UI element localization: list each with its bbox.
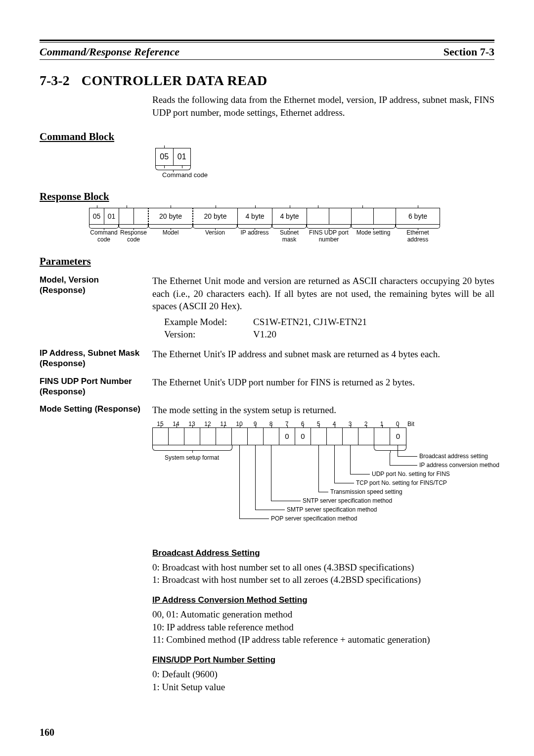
- leader-line: [239, 519, 269, 519]
- param-label: Mode Setting (Response): [40, 404, 143, 414]
- bit-cell: [327, 428, 343, 445]
- param-model-version: Model, Version (Response) The Ethernet U…: [40, 275, 494, 341]
- bit-cell: [374, 428, 390, 445]
- brace: [272, 225, 307, 229]
- field-label: Version: [193, 230, 237, 243]
- byte-cell: [307, 208, 329, 225]
- rule: [40, 59, 494, 60]
- param-text: The mode setting in the system setup is …: [152, 404, 494, 417]
- brace: [237, 225, 272, 229]
- bit-cell: 0: [390, 428, 406, 445]
- field-label: IP address: [237, 230, 272, 243]
- section-heading: 7-3-2 CONTROLLER DATA READ: [40, 73, 494, 89]
- byte-cell: 4 byte: [237, 208, 272, 225]
- brace: [374, 445, 406, 451]
- param-ip: IP Address, Subnet Mask (Response) The E…: [40, 348, 494, 369]
- command-block-diagram: 05 01 Command code: [152, 148, 212, 179]
- byte-cell: [351, 208, 373, 225]
- param-label: Model, Version (Response): [40, 275, 143, 296]
- bit-cell: [311, 428, 327, 445]
- byte-cell: 01: [174, 148, 191, 165]
- rule: [40, 40, 494, 41]
- leader-line: [334, 445, 335, 483]
- heading-number: 7-3-2: [40, 73, 70, 89]
- bit-cell: [264, 428, 279, 445]
- field-label: Mode setting: [351, 230, 396, 243]
- byte-cell: [329, 208, 351, 225]
- brace: [193, 225, 237, 229]
- page-number: 160: [40, 727, 54, 738]
- example-table: Example Model: CS1W-ETN21, CJ1W-ETN21 Ve…: [164, 316, 494, 341]
- leader-line: [390, 453, 390, 465]
- heading-title: CONTROLLER DATA READ: [82, 73, 267, 89]
- bit-cell: [153, 428, 169, 445]
- example-value: CS1W-ETN21, CJ1W-ETN21: [253, 316, 367, 329]
- bit-diagram: 15 14 13 12 11 10 9 8 7 6 5 4 3 2 1 0 Bi…: [152, 421, 494, 539]
- finsport-heading: FINS/UDP Port Number Setting: [152, 655, 494, 665]
- list-item: 1: Unit Setup value: [152, 681, 494, 694]
- example-value: V1.20: [253, 328, 276, 341]
- example-key: Example Model:: [164, 316, 253, 329]
- running-header-left: Command/Response Reference: [40, 46, 179, 58]
- byte-cell: 05: [89, 208, 104, 225]
- pointer-label: SMTP server specification method: [287, 506, 377, 513]
- byte-cell: [373, 208, 396, 225]
- leader-line: [334, 483, 354, 483]
- byte-cell: 05: [156, 148, 174, 165]
- field-label: Command code: [89, 230, 119, 243]
- bit-cell: [343, 428, 358, 445]
- example-key: Version:: [164, 328, 253, 341]
- brace: [148, 225, 193, 229]
- leader-line: [255, 445, 256, 510]
- pointer-label: Transmission speed setting: [330, 488, 402, 495]
- param-label: FINS UDP Port Number (Response): [40, 376, 143, 397]
- byte-cell: 01: [104, 208, 119, 225]
- brace: [119, 225, 148, 229]
- bit-cell: 0: [295, 428, 311, 445]
- ipconv-heading: IP Address Conversion Method Setting: [152, 595, 494, 605]
- bit-cell: [216, 428, 232, 445]
- page: Command/Response Reference Section 7-3 7…: [0, 0, 534, 756]
- rule: [40, 42, 494, 43]
- pointer-layer: System setup format Broadcast address se…: [152, 445, 494, 539]
- byte-cell: 20 byte: [148, 208, 193, 225]
- brace: [396, 225, 440, 229]
- leader-line: [350, 445, 351, 474]
- bit-number: 0: [390, 421, 405, 427]
- param-text: The Ethernet Unit mode and version are r…: [152, 275, 494, 313]
- bit-cell: [248, 428, 264, 445]
- leader-line: [239, 445, 240, 519]
- param-text: The Ethernet Unit's UDP port number for …: [152, 376, 494, 389]
- param-label: IP Address, Subnet Mask (Response): [40, 348, 143, 369]
- field-label: FINS UDP port number: [307, 230, 351, 243]
- param-text: The Ethernet Unit's IP address and subne…: [152, 348, 494, 361]
- leader-line: [271, 501, 301, 501]
- byte-cell: 6 byte: [396, 208, 440, 225]
- leader-line: [318, 445, 319, 492]
- param-mode: Mode Setting (Response) The mode setting…: [40, 404, 494, 417]
- sys-setup-label: System setup format: [152, 454, 231, 461]
- pointer-label: Broadcast address setting: [419, 453, 488, 460]
- broadcast-heading: Broadcast Address Setting: [152, 548, 494, 558]
- intro-paragraph: Reads the following data from the Ethern…: [152, 94, 494, 119]
- response-block-diagram: 05 01 20 byte 20 byte 4 byte 4 byte 6 by…: [89, 208, 494, 243]
- byte-cell: 20 byte: [193, 208, 237, 225]
- bit-cell: [169, 428, 184, 445]
- response-block-heading: Response Block: [40, 190, 494, 203]
- bit-cell: 0: [279, 428, 295, 445]
- pointer-label: TCP port No. setting for FINS/TCP: [356, 479, 447, 486]
- command-code-label: Command code: [155, 171, 215, 179]
- param-fins-udp: FINS UDP Port Number (Response) The Ethe…: [40, 376, 494, 397]
- pointer-label: UDP port No. setting for FINS: [372, 471, 450, 477]
- byte-cell: 4 byte: [272, 208, 307, 225]
- field-label: Response code: [119, 230, 148, 243]
- field-label: Model: [148, 230, 193, 243]
- bit-cell: [200, 428, 216, 445]
- leader-line: [390, 465, 417, 466]
- leader-line: [255, 510, 285, 510]
- leader-line: [398, 445, 398, 456]
- bit-cell: [232, 428, 248, 445]
- leader-line: [318, 492, 328, 492]
- pointer-label: POP server specification method: [271, 515, 357, 522]
- command-block-heading: Command Block: [40, 131, 494, 143]
